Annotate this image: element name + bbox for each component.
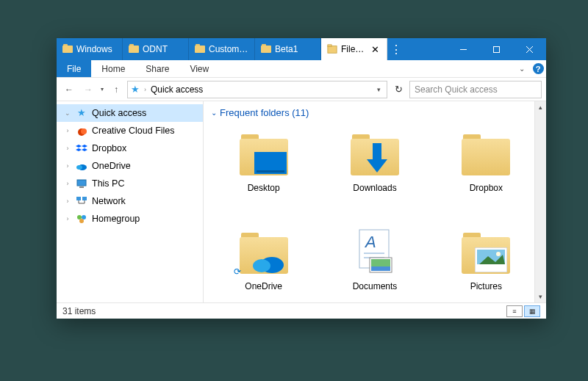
new-tab-button[interactable]: ⋮ [387,38,405,60]
content-pane: ⌄ Frequent folders (11) Desktop D [204,101,546,302]
nav-label: Homegroup [92,213,198,225]
tab-home[interactable]: Home [91,60,135,77]
svg-point-23 [79,219,84,223]
tab-close-button[interactable]: ✕ [370,45,381,54]
svg-marker-11 [82,148,87,151]
tab-beta1[interactable]: Beta1 [255,38,321,60]
nav-label: Quick access [92,107,198,119]
svg-point-29 [253,259,270,272]
tab-odnt[interactable]: ODNT [123,38,189,60]
chevron-right-icon: › [64,125,71,137]
recent-locations-button[interactable]: ▾ [99,86,105,92]
folder-icon [195,44,205,54]
quick-access-icon: ★ [131,84,140,95]
svg-marker-10 [76,148,82,151]
tab-view[interactable]: View [179,60,219,77]
navitem-creative-cloud[interactable]: › Creative Cloud Files [57,122,203,139]
help-button[interactable]: ? [530,60,546,77]
svg-rect-14 [77,180,86,186]
breadcrumb[interactable]: Quick access [151,84,203,95]
item-label: Dropbox [470,183,503,193]
chevron-down-icon: ⌄ [64,107,71,119]
tab-label: Beta1 [275,44,315,54]
navitem-quick-access[interactable]: ⌄ ★ Quick access [57,104,203,122]
tab-windows[interactable]: Windows [57,38,123,60]
svg-rect-25 [257,170,284,173]
navigation-bar: ← → ▾ ↑ ★ › Quick access ▾ ↻ Search Quic… [57,78,546,101]
item-label: Desktop [248,183,280,193]
scroll-track[interactable] [535,113,546,291]
nav-label: Dropbox [92,142,198,154]
navitem-homegroup[interactable]: › Homegroup [57,210,203,228]
navigation-pane: ⌄ ★ Quick access › Creative Cloud Files … [57,101,204,302]
documents-icon: A [349,225,401,277]
back-button[interactable]: ← [61,81,77,98]
item-desktop[interactable]: Desktop [211,123,316,218]
file-menu[interactable]: File [57,60,91,77]
item-label: Pictures [470,281,502,291]
navitem-dropbox[interactable]: › Dropbox [57,139,203,157]
svg-rect-15 [79,186,84,188]
item-onedrive[interactable]: ⟳ OneDrive [211,221,316,302]
item-documents[interactable]: A Documents [322,221,427,302]
tab-label: File Expl… [341,44,366,54]
explorer-icon [327,44,337,54]
svg-rect-26 [373,143,381,159]
item-label: Downloads [353,183,396,193]
file-explorer-window: Windows ODNT Custom RT… Beta1 File Expl…… [57,38,546,319]
svg-marker-27 [367,159,387,173]
help-icon: ? [533,63,544,74]
icons-view-button[interactable]: ▦ [524,305,540,317]
minimize-button[interactable] [447,38,480,60]
network-icon [76,195,87,207]
tab-share[interactable]: Share [135,60,179,77]
vertical-scrollbar[interactable]: ▴ ▾ [534,101,546,302]
explorer-body: ⌄ ★ Quick access › Creative Cloud Files … [57,101,546,302]
items-grid: Desktop Downloads Dropbox [204,121,546,302]
status-bar: 31 items ≡ ▦ [57,302,546,319]
svg-rect-3 [494,46,500,52]
item-dropbox[interactable]: Dropbox [434,123,539,218]
folder-icon [460,225,512,277]
svg-point-13 [76,165,82,170]
chevron-right-icon: › [64,195,71,207]
folder-icon [129,44,139,54]
maximize-button[interactable] [480,38,513,60]
scroll-up-button[interactable]: ▴ [535,101,546,113]
address-dropdown[interactable]: ▾ [374,86,384,93]
item-downloads[interactable]: Downloads [322,123,427,218]
onedrive-icon [76,160,87,172]
nav-label: Network [92,195,198,207]
nav-label: Creative Cloud Files [92,125,198,137]
svg-text:A: A [364,233,376,251]
details-view-button[interactable]: ≡ [506,305,523,317]
search-input[interactable]: Search Quick access [409,81,542,98]
item-pictures[interactable]: Pictures [434,221,539,302]
sync-icon: ⟳ [234,266,241,277]
scroll-down-button[interactable]: ▾ [535,291,546,302]
svg-rect-17 [82,197,87,200]
titlebar: Windows ODNT Custom RT… Beta1 File Expl…… [57,38,546,60]
navitem-this-pc[interactable]: › This PC [57,175,203,192]
tab-file-explorer[interactable]: File Expl… ✕ [321,38,387,60]
window-controls [447,38,546,60]
svg-marker-8 [76,145,82,148]
pc-icon [76,178,87,189]
group-header-frequent-folders[interactable]: ⌄ Frequent folders (11) [204,101,546,121]
up-button[interactable]: ↑ [108,81,124,98]
forward-button[interactable]: → [80,81,96,98]
navitem-network[interactable]: › Network [57,192,203,210]
chevron-right-icon: › [64,178,71,189]
svg-point-21 [77,215,82,219]
tab-label: Custom RT… [209,44,248,54]
tab-label: Windows [76,44,116,54]
ribbon-expand-button[interactable]: ⌄ [514,60,530,77]
folder-icon [261,44,271,54]
address-bar[interactable]: ★ › Quick access ▾ [127,81,387,98]
refresh-button[interactable]: ↻ [390,84,406,95]
tab-custom-rt[interactable]: Custom RT… [189,38,255,60]
folder-icon [238,127,290,178]
svg-point-22 [82,215,86,219]
close-button[interactable] [513,38,546,60]
navitem-onedrive[interactable]: › OneDrive [57,157,203,175]
